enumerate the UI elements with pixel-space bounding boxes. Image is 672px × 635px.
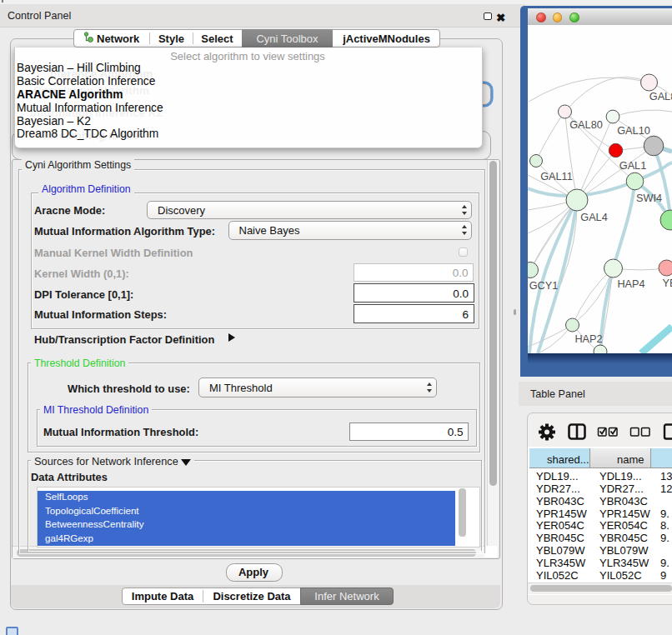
svg-text:GAL4: GAL4 <box>580 212 607 223</box>
svg-text:HAP4: HAP4 <box>617 278 644 290</box>
svg-text:SWI4: SWI4 <box>636 192 662 204</box>
svg-text:GAL10: GAL10 <box>617 125 650 137</box>
svg-text:GCY1: GCY1 <box>529 280 559 292</box>
svg-text:GAL11: GAL11 <box>540 171 573 182</box>
svg-text:GAL1: GAL1 <box>619 160 646 172</box>
svg-text:YE: YE <box>663 278 672 289</box>
svg-text:GAL8: GAL8 <box>649 91 672 102</box>
svg-text:GAL80: GAL80 <box>569 119 603 131</box>
svg-text:HAP2: HAP2 <box>574 333 602 345</box>
